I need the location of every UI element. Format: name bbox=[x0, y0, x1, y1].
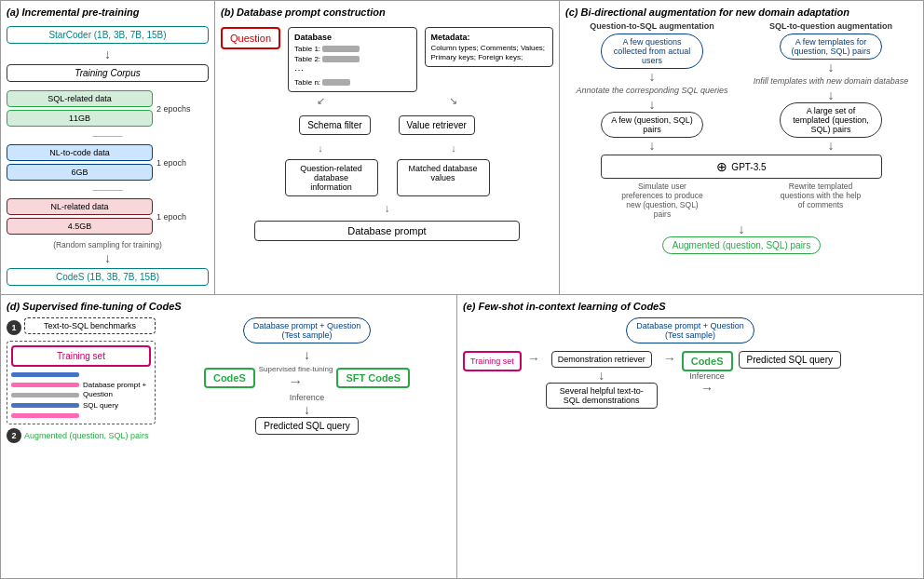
arrow-sql2q-3: ↓ bbox=[828, 139, 835, 152]
demo-box: Demonstration retriever bbox=[551, 351, 652, 368]
codes-box-e: CodeS bbox=[682, 351, 733, 371]
filter-retriever-row: Schema filter Value retriever bbox=[299, 115, 475, 135]
nl-related-size: 4.5GB bbox=[7, 218, 153, 235]
value-retriever-box: Value retriever bbox=[399, 115, 475, 135]
arrow-q2sql-1: ↓ bbox=[649, 70, 656, 83]
codes-inference-e: CodeS Inference → bbox=[682, 351, 733, 396]
test-sample-e: Database prompt + Question(Test sample) bbox=[626, 317, 754, 343]
panel-d: (d) Supervised fine-tuning of CodeS 1 Te… bbox=[1, 295, 457, 578]
grey-bar-3 bbox=[322, 79, 350, 86]
augmented-pairs-label: Augmented (question, SQL) pairs bbox=[24, 431, 149, 440]
panel-c-content: Question-to-SQL augmentation A few quest… bbox=[565, 21, 917, 153]
few-pairs-box: A few (question, SQL) pairs bbox=[601, 112, 703, 138]
line-2 bbox=[11, 383, 79, 387]
divider-1: ———— bbox=[7, 131, 209, 140]
badge-row: 1 Text-to-SQL benchmarks bbox=[7, 317, 156, 338]
lines-col bbox=[11, 370, 79, 420]
arrow-d-1: ↓ bbox=[304, 348, 310, 361]
table1: Table 1: bbox=[294, 44, 410, 54]
e-main-row: Training set → Demonstration retriever ↓… bbox=[463, 351, 917, 409]
schema-filter-box: Schema filter bbox=[299, 115, 370, 135]
few-templates-box: A few templates for (question, SQL) pair… bbox=[780, 34, 882, 60]
database-label: Database bbox=[294, 32, 410, 44]
arrows-row-1: ↙ ↘ bbox=[254, 95, 521, 107]
helpful-demos-box: Several helpful text-to-SQL demonstratio… bbox=[546, 383, 658, 409]
arrow-q2sql-3: ↓ bbox=[649, 139, 656, 152]
grey-bar-1 bbox=[322, 46, 360, 52]
training-set-box: Training set bbox=[11, 345, 151, 367]
arrows-row-2: ↓ ↓ bbox=[254, 142, 521, 154]
inference-label-d: Inference bbox=[290, 393, 325, 402]
arrow-to-prompt: ↓ bbox=[385, 202, 390, 215]
table-n-label: Table n: bbox=[294, 77, 410, 88]
line-3 bbox=[11, 393, 79, 397]
gpt-box: ⊕ GPT-3.5 bbox=[601, 155, 882, 179]
codes-box: CodeS (1B, 3B, 7B, 15B) bbox=[7, 268, 209, 286]
arrow-down-prompt: ↓ bbox=[385, 202, 390, 215]
panel-e-title: (e) Few-shot in-context learning of Code… bbox=[463, 301, 917, 312]
sql-size: 11GB bbox=[7, 110, 153, 127]
badge-1: 1 bbox=[7, 320, 21, 335]
arrow-left: ↙ bbox=[317, 95, 325, 107]
metadata-label: Metadata: bbox=[431, 32, 547, 44]
line-4 bbox=[11, 403, 79, 408]
predicted-box-d: Predicted SQL query bbox=[255, 417, 358, 435]
db-top: Question Database Table 1: Table 2: ⋯ bbox=[221, 27, 553, 92]
rewrite-note: Rewrite templated questions with the hel… bbox=[779, 182, 863, 219]
panel-a-content: StarCoder (1B, 3B, 7B, 15B) ↓ Training C… bbox=[7, 23, 209, 289]
right-arrow-e: → bbox=[527, 351, 540, 366]
gpt-section: ⊕ GPT-3.5 Simulate user preferences to p… bbox=[565, 155, 917, 254]
inference-label-e: Inference bbox=[689, 371, 725, 381]
panel-e: (e) Few-shot in-context learning of Code… bbox=[457, 295, 923, 578]
d-right: Database prompt + Question(Test sample) … bbox=[163, 317, 451, 443]
arrow-q2sql-2: ↓ bbox=[649, 98, 656, 111]
metadata-items: Column types; Comments; Values; Primary … bbox=[431, 44, 547, 63]
matched-values-box: Matched database values bbox=[397, 159, 490, 196]
arrow-e-1: ↓ bbox=[598, 369, 605, 382]
nl-code-label: NL-to-code data bbox=[7, 144, 153, 161]
result-row: Question-related database information Ma… bbox=[285, 159, 490, 196]
predicted-e: Predicted SQL query bbox=[739, 351, 841, 369]
grey-bar-2 bbox=[322, 56, 360, 62]
augmented-box: Augmented (question, SQL) pairs bbox=[662, 236, 821, 254]
question-box: Question bbox=[221, 27, 280, 49]
demo-retriever: Demonstration retriever ↓ Several helpfu… bbox=[546, 351, 658, 409]
training-corpus-box: Training Corpus bbox=[7, 64, 209, 82]
table2: Table 2: bbox=[294, 54, 410, 64]
sft-box: SFT CodeS bbox=[336, 368, 410, 388]
top-row: (a) Incremental pre-training StarCoder (… bbox=[1, 1, 923, 295]
sql2q-title: SQL-to-question augmentation bbox=[769, 21, 892, 31]
arrow-1: ↓ bbox=[104, 47, 111, 61]
right-arrow-e-2: → bbox=[663, 351, 676, 366]
sql2q-panel: SQL-to-question augmentation A few templ… bbox=[744, 21, 917, 153]
nl-related-epochs: 1 epoch bbox=[153, 212, 209, 222]
arrow-gpt: ↓ bbox=[739, 222, 745, 236]
panel-d-title: (d) Supervised fine-tuning of CodeS bbox=[7, 301, 451, 312]
nl-related-row: NL-related data 4.5GB 1 epoch bbox=[7, 195, 209, 237]
line-5 bbox=[11, 413, 79, 418]
main-container: (a) Incremental pre-training StarCoder (… bbox=[0, 0, 924, 579]
divider-2: ———— bbox=[7, 185, 209, 194]
badge-2-row: 2 Augmented (question, SQL) pairs bbox=[7, 428, 156, 443]
badge-2: 2 bbox=[7, 428, 21, 443]
benchmarks-box: Text-to-SQL benchmarks bbox=[24, 317, 156, 334]
database-box: Database Table 1: Table 2: ⋯ bbox=[288, 27, 416, 92]
metadata-box: Metadata: Column types; Comments; Values… bbox=[425, 27, 553, 67]
db-question-label: Database prompt + Question bbox=[83, 381, 151, 398]
table-n: ⋯ bbox=[294, 64, 410, 77]
starcoder-box: StarCoder (1B, 3B, 7B, 15B) bbox=[7, 26, 209, 44]
fine-tuning-label: Supervised fine-tuning bbox=[259, 365, 333, 373]
panel-a: (a) Incremental pre-training StarCoder (… bbox=[1, 1, 215, 294]
training-set-e: Training set bbox=[463, 351, 522, 375]
annotate-note: Annotate the corresponding SQL queries bbox=[577, 86, 728, 95]
few-questions-box: A few questions collected from actual us… bbox=[601, 34, 703, 69]
test-sample-box: Database prompt + Question(Test sample) bbox=[243, 317, 371, 343]
right-arrow: → bbox=[289, 373, 304, 390]
nl-code-size: 6GB bbox=[7, 164, 153, 181]
db-prompt-box: Database prompt bbox=[254, 221, 521, 241]
training-set-e-box: Training set bbox=[463, 351, 522, 371]
arrow-sql2q-1: ↓ bbox=[828, 61, 835, 74]
arrow-2: ↓ bbox=[104, 251, 111, 264]
d-left: 1 Text-to-SQL benchmarks Training set bbox=[7, 317, 156, 443]
codes-box-d: CodeS bbox=[204, 368, 255, 388]
